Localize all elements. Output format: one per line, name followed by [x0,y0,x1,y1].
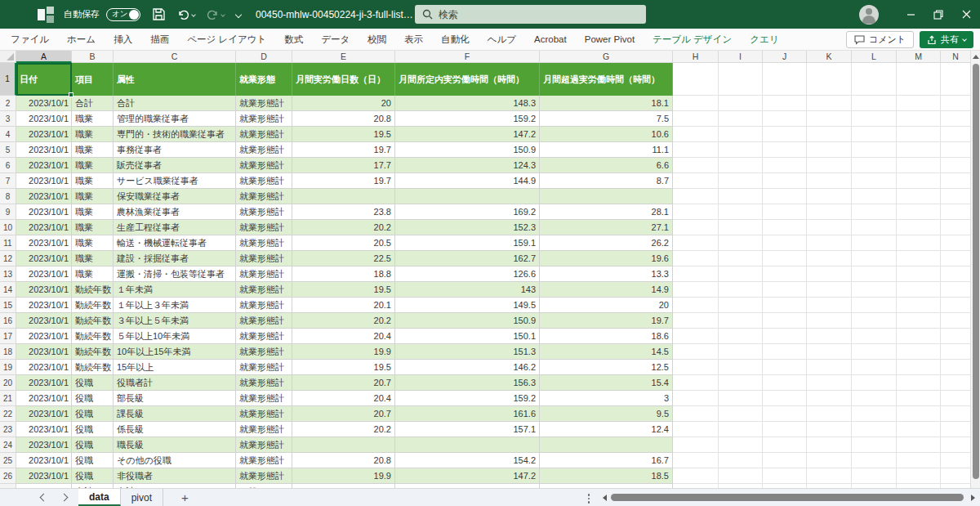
sheet-tab-pivot[interactable]: pivot [121,489,163,506]
cell-J20[interactable] [763,375,807,391]
cell-C5[interactable]: 事務従事者 [114,142,236,158]
cell-E10[interactable]: 20.2 [292,220,395,235]
cell-G20[interactable]: 15.4 [540,375,673,391]
cell-D16[interactable]: 就業形態計 [236,313,292,329]
document-title[interactable]: 00450-mhlw-00450224-ji-3-full-list… [256,9,413,20]
cell-E5[interactable]: 19.7 [292,142,395,158]
column-header-K[interactable]: K [807,51,852,63]
cell-A15[interactable]: 2023/10/1 [16,298,72,313]
cell-J23[interactable] [763,422,807,437]
cell-A25[interactable]: 2023/10/1 [16,453,72,468]
cell-C8[interactable]: 保安職業従事者 [114,189,236,204]
cell-G2[interactable]: 18.1 [540,96,673,111]
cell-E21[interactable]: 20.4 [292,391,395,406]
cell-F26[interactable]: 147.2 [395,468,540,484]
cell-F5[interactable]: 150.9 [395,142,540,158]
cell-A9[interactable]: 2023/10/1 [16,204,72,220]
cell-A4[interactable]: 2023/10/1 [16,127,72,142]
cell-H10[interactable] [673,220,719,235]
cell-C16[interactable]: ３年以上５年未満 [114,313,236,329]
cell-G7[interactable]: 8.7 [540,173,673,189]
cell-I10[interactable] [719,220,763,235]
cell-H12[interactable] [673,251,719,266]
cell-L24[interactable] [852,437,897,453]
column-header-I[interactable]: I [719,51,763,63]
cell-N2[interactable] [941,96,970,111]
cell-A6[interactable]: 2023/10/1 [16,158,72,173]
cell-J25[interactable] [763,453,807,468]
cell-F14[interactable]: 143 [395,282,540,298]
cell-I24[interactable] [719,437,763,453]
cell-J8[interactable] [763,189,807,204]
cell-L14[interactable] [852,282,897,298]
cell-B5[interactable]: 職業 [72,142,114,158]
cell-H25[interactable] [673,453,719,468]
cell-H1[interactable] [673,63,719,96]
cell-G10[interactable]: 27.1 [540,220,673,235]
cell-E13[interactable]: 18.8 [292,266,395,282]
cell-N18[interactable] [941,344,970,360]
close-button[interactable] [952,0,980,29]
next-sheet-icon[interactable] [60,494,69,502]
row-header-5[interactable]: 5 [0,142,16,158]
cell-L12[interactable] [852,251,897,266]
scroll-right-icon[interactable] [971,495,975,501]
cell-D18[interactable]: 就業形態計 [236,344,292,360]
cell-J15[interactable] [763,298,807,313]
cell-J10[interactable] [763,220,807,235]
cell-M12[interactable] [897,251,941,266]
cell-L8[interactable] [852,189,897,204]
cell-K7[interactable] [807,173,852,189]
cell-F9[interactable]: 169.2 [395,204,540,220]
cell-I18[interactable] [719,344,763,360]
cell-D5[interactable]: 就業形態計 [236,142,292,158]
ribbon-tab-review[interactable]: 校閲 [359,29,395,50]
cell-B9[interactable]: 職業 [72,204,114,220]
cell-B26[interactable]: 役職 [72,468,114,484]
cell-C9[interactable]: 農林漁業従事者 [114,204,236,220]
cell-I22[interactable] [719,406,763,422]
cell-L4[interactable] [852,127,897,142]
cell-I20[interactable] [719,375,763,391]
cell-N3[interactable] [941,111,970,127]
cell-I26[interactable] [719,468,763,484]
cell-L22[interactable] [852,406,897,422]
cell-C7[interactable]: サービス職業従事者 [114,173,236,189]
cell-J13[interactable] [763,266,807,282]
cell-D10[interactable]: 就業形態計 [236,220,292,235]
cell-C24[interactable]: 職長級 [114,437,236,453]
cell-E26[interactable]: 19.9 [292,468,395,484]
cell-K11[interactable] [807,235,852,251]
cell-E19[interactable]: 19.5 [292,360,395,375]
row-header-18[interactable]: 18 [0,344,16,360]
cell-L11[interactable] [852,235,897,251]
cell-J17[interactable] [763,329,807,344]
cell-A14[interactable]: 2023/10/1 [16,282,72,298]
cell-F15[interactable]: 149.5 [395,298,540,313]
cell-H17[interactable] [673,329,719,344]
cell-L19[interactable] [852,360,897,375]
cell-E23[interactable]: 20.2 [292,422,395,437]
cell-I12[interactable] [719,251,763,266]
cell-I6[interactable] [719,158,763,173]
cell-D23[interactable]: 就業形態計 [236,422,292,437]
column-header-J[interactable]: J [763,51,807,63]
cell-L9[interactable] [852,204,897,220]
cell-J18[interactable] [763,344,807,360]
cell-N19[interactable] [941,360,970,375]
cell-E17[interactable]: 20.4 [292,329,395,344]
ribbon-tab-formulas[interactable]: 数式 [275,29,312,50]
ribbon-tab-data[interactable]: データ [312,29,359,50]
column-header-E[interactable]: E [292,51,395,63]
cell-I8[interactable] [719,189,763,204]
cell-A5[interactable]: 2023/10/1 [16,142,72,158]
cell-F22[interactable]: 161.6 [395,406,540,422]
cell-H23[interactable] [673,422,719,437]
cell-J16[interactable] [763,313,807,329]
cell-E11[interactable]: 20.5 [292,235,395,251]
cell-C17[interactable]: ５年以上10年未満 [114,329,236,344]
column-header-B[interactable]: B [72,51,114,63]
restore-button[interactable] [924,0,952,29]
row-header-11[interactable]: 11 [0,235,16,251]
cell-G16[interactable]: 19.7 [540,313,673,329]
